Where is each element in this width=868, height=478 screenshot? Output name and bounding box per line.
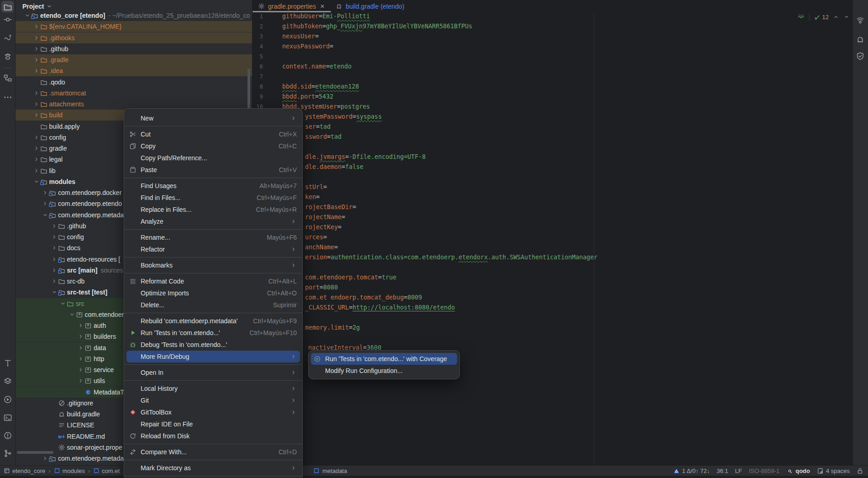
package-icon	[76, 311, 83, 318]
code-line-8: bbdd.sid=etendoean128	[282, 82, 359, 92]
tree-row-smarttomcat[interactable]: .smarttomcat	[16, 88, 252, 99]
tree-item-label: lib	[49, 167, 56, 174]
status-widget-lf[interactable]: LF	[735, 467, 742, 474]
menu-item-more-run-debug[interactable]: More Run/Debug	[126, 351, 300, 362]
ide-window: gradle.properties✕build.gradle (etendo) …	[0, 0, 868, 478]
inspections-passed-icon[interactable]: 12	[814, 14, 829, 21]
breadcrumb-metadata[interactable]: metadata	[313, 466, 347, 476]
submenu-arrow-icon	[290, 465, 297, 471]
menu-item-modify-run-configuration[interactable]: Modify Run Configuration...	[309, 365, 459, 377]
menu-item-copy[interactable]: CopyCtrl+C	[124, 140, 302, 152]
menu-item-bookmarks[interactable]: Bookmarks	[124, 259, 302, 271]
status-widget-4-spaces[interactable]: 4 spaces	[817, 467, 850, 474]
tool-stripe-endpoints[interactable]	[3, 358, 12, 368]
menu-item-paste[interactable]: PasteCtrl+V	[124, 164, 302, 176]
tool-stripe-run-circle[interactable]	[3, 394, 12, 404]
tree-row-env-catalina-home[interactable]: ${env.CATALINA_HOME}	[16, 21, 252, 32]
menu-item-compare-with[interactable]: Compare With...Ctrl+D	[124, 446, 302, 458]
qodo-icon	[786, 467, 793, 474]
package-icon	[84, 344, 92, 352]
chevron-right-icon	[78, 333, 84, 340]
tree-item-label: http	[94, 355, 104, 362]
menu-item-repair-ide-on-file[interactable]: Repair IDE on File	[124, 418, 302, 430]
menu-shortcut: Alt+Mayús+7	[259, 182, 297, 189]
pull-requests-icon	[3, 52, 12, 61]
menu-item-gittoolbox[interactable]: GitToolBox	[124, 406, 302, 418]
tool-stripe-gradle[interactable]	[855, 34, 865, 44]
menu-item-debug-tests-in-com-etendo[interactable]: Debug 'Tests in 'com.etendo...'	[124, 339, 302, 351]
menu-item-run-tests-in-com-etendo-with-coverage[interactable]: Run 'Tests in 'com.etendo...' with Cover…	[311, 353, 457, 365]
tree-row-githooks[interactable]: .githooks	[16, 32, 252, 43]
menu-item-reload-from-disk[interactable]: Reload from Disk	[124, 430, 302, 442]
tool-stripe-terminal[interactable]	[3, 413, 12, 422]
menu-item-rebuild-com-etendoerp-metadata[interactable]: Rebuild 'com.etendoerp.metadata'Ctrl+May…	[124, 315, 302, 327]
tab-gradle-properties[interactable]: gradle.properties✕	[253, 0, 330, 12]
breadcrumb-com-et[interactable]: com.et	[93, 467, 120, 474]
inspection-highlight-icon[interactable]	[797, 12, 805, 21]
tool-stripe-project[interactable]	[1, 1, 14, 12]
status-widget-iso-8859-1[interactable]: ISO-8859-1	[749, 467, 779, 474]
submenu-arrow-icon	[290, 218, 297, 225]
menu-shortcut: Ctrl+Alt+O	[267, 289, 297, 297]
status-widget-unlock[interactable]	[857, 467, 863, 474]
tree-row-idea[interactable]: .idea	[16, 65, 252, 76]
tool-stripe-remote[interactable]	[855, 15, 865, 25]
menu-item-find-usages[interactable]: Find UsagesAlt+Mayús+7	[124, 180, 302, 192]
close-icon[interactable]: ✕	[320, 3, 325, 10]
tool-stripe-ai[interactable]	[3, 33, 12, 42]
project-tree-horizontal-scrollbar[interactable]	[17, 451, 53, 454]
next-problem-button[interactable]	[843, 14, 850, 20]
tree-row-etendo-core-etendo[interactable]: etendo_core [etendo]- ~/Pruebas/etendo_2…	[16, 10, 252, 21]
inspect-squiggle-icon	[797, 12, 805, 20]
menu-item-optimize-imports[interactable]: Optimize ImportsCtrl+Alt+O	[124, 287, 302, 299]
status-widget-36-1[interactable]: 36:1	[717, 467, 728, 474]
tool-stripe-shield[interactable]	[855, 51, 865, 61]
menu-item-refactor[interactable]: Refactor	[124, 243, 302, 255]
tree-row-qodo[interactable]: .qodo	[16, 77, 252, 88]
status-widget-1-0-72-[interactable]: 1 Δ/0↑ 72↓	[673, 467, 710, 474]
tool-stripe-structure[interactable]	[3, 73, 12, 83]
menu-item-rename[interactable]: Rename...Mayús+F6	[124, 231, 302, 243]
code-line-1: githubUser=Emi-Polliotti	[282, 11, 370, 21]
menu-item-local-history[interactable]: Local History	[124, 383, 302, 394]
project-panel-header[interactable]: Project	[22, 2, 53, 11]
menu-item-new[interactable]: New	[124, 112, 302, 124]
tree-row-github[interactable]: .github	[16, 43, 252, 54]
chevron-down-icon	[42, 212, 48, 218]
play-icon	[129, 329, 137, 336]
menu-item-cut[interactable]: CutCtrl+X	[124, 128, 302, 140]
tool-stripe-pull-requests[interactable]	[3, 51, 12, 61]
menu-shortcut: Ctrl+Mayús+F9	[253, 317, 297, 325]
menu-item-find-in-files[interactable]: Find in Files...Ctrl+Mayús+F	[124, 192, 302, 204]
submenu-arrow-icon	[290, 262, 297, 268]
gutter-line-number: 4	[252, 42, 263, 52]
menu-item-copy-path-reference[interactable]: Copy Path/Reference...	[124, 152, 302, 164]
tree-item-label: .qodo	[49, 79, 65, 86]
menu-item-open-in[interactable]: Open In	[124, 367, 302, 378]
menu-item-analyze[interactable]: Analyze	[124, 215, 302, 227]
tree-item-label: .githooks	[49, 34, 75, 42]
tool-stripe-problems[interactable]	[3, 431, 12, 440]
menu-item-reformat-code[interactable]: Reformat CodeCtrl+Alt+L	[124, 275, 302, 287]
previous-problem-button[interactable]	[833, 14, 839, 20]
tool-stripe-layers[interactable]	[3, 376, 12, 386]
menu-item-run-tests-in-com-etendo[interactable]: Run 'Tests in 'com.etendo...'Ctrl+Mayús+…	[124, 327, 302, 339]
tool-stripe-commit[interactable]	[3, 15, 12, 24]
breadcrumb-etendo-core[interactable]: etendo_core	[4, 467, 45, 474]
menu-item-delete[interactable]: Delete...Suprimir	[124, 299, 302, 311]
menu-item-git[interactable]: Git	[124, 394, 302, 406]
bcmodule-icon	[93, 467, 100, 474]
tab-build-gradle-etendo[interactable]: build.gradle (etendo)	[330, 0, 410, 12]
tool-stripe-more[interactable]	[3, 92, 12, 102]
tool-stripe-branch[interactable]	[3, 448, 12, 458]
reload-icon	[129, 432, 137, 440]
tree-item-label: src-db	[67, 278, 85, 285]
menu-item-mark-directory-as[interactable]: Mark Directory as	[124, 462, 302, 474]
breadcrumb-modules[interactable]: modules	[54, 467, 85, 474]
folder-icon	[40, 45, 47, 53]
menu-item-replace-in-files[interactable]: Replace in Files...Ctrl+Mayús+R	[124, 204, 302, 215]
status-widget-qodo[interactable]: qodo	[786, 467, 810, 474]
submenu-arrow-icon	[290, 409, 297, 415]
code-line-13: ssword=tad	[305, 132, 342, 142]
tree-row-gradle[interactable]: .gradle	[16, 54, 252, 65]
